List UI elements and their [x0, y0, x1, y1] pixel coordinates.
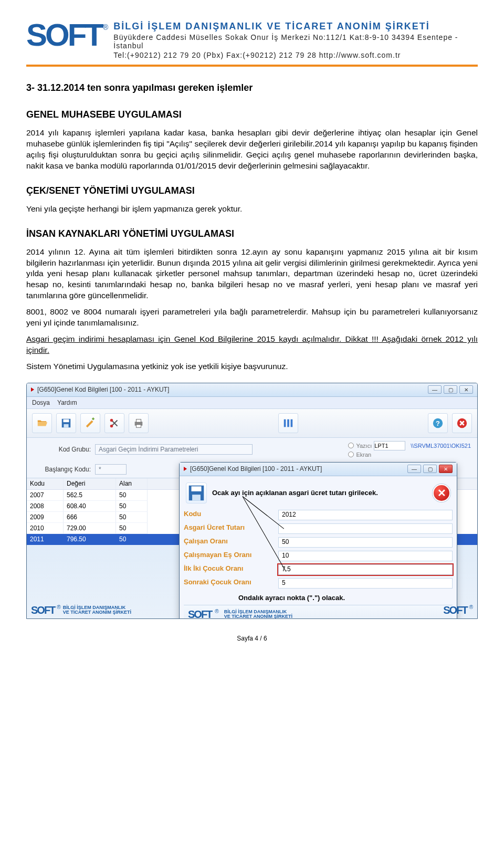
annotation-decimal: Ondalık ayracı nokta (".") olacak. [238, 594, 453, 602]
input-baslangic[interactable] [95, 464, 127, 475]
logo-text: SOFT [26, 21, 102, 49]
folder-open-icon [36, 417, 48, 429]
label-calismayan-es-orani: Çalışmayan Eş Oranı [184, 551, 273, 561]
menu-dosya[interactable]: Dosya [32, 399, 50, 406]
app-window-outer: [G650]Genel Kod Bilgileri [100 - 2011 - … [26, 383, 478, 619]
key-value-form: Kodu 2012 Asgari Ücret Tutarı Çalışan Or… [184, 510, 453, 589]
section-body-ik-p2: 8001, 8002 ve 8004 numaralı işyeri param… [26, 307, 478, 329]
printer-icon [133, 417, 144, 429]
footer-tagline: BİLGİ İŞLEM DANIŞMANLIKVE TİCARET ANONİM… [63, 605, 131, 615]
svg-rect-2 [64, 424, 68, 427]
svg-rect-16 [192, 495, 201, 500]
registered-mark: ® [103, 23, 108, 32]
input-kod-grubu[interactable] [95, 444, 253, 455]
label-yazici: Yazıcı [356, 443, 372, 449]
value-kodu[interactable]: 2012 [278, 510, 453, 520]
inner-minimize-button[interactable]: — [407, 465, 421, 473]
form-row-kod-grubu: Kod Grubu: Yazıcı \\SRVML37001\OKI521 Ek… [27, 438, 477, 461]
section-title-muhasebe: GENEL MUHASEBE UYGULAMASI [26, 109, 478, 120]
company-block: BİLGİ İŞLEM DANIŞMANLIK VE TİCARET ANONİ… [113, 21, 478, 59]
company-contact: Tel:(+90212) 212 79 20 (Pbx) Fax:(+90212… [113, 51, 478, 59]
header-rule [26, 65, 478, 67]
titlebar-text-outer: [G650]Genel Kod Bilgileri [100 - 2011 - … [37, 386, 428, 393]
titlebar-text-inner: [G650]Genel Kod Bilgileri [100 - 2011 - … [190, 465, 407, 473]
section-body-cek-senet: Yeni yıla geçişte herhangi bir işlem yap… [26, 204, 478, 215]
grid-header-alan: Alan [116, 478, 148, 489]
company-logo: SOFT ® [26, 21, 107, 49]
outer-footer-bar: SOFT ® BİLGİ İŞLEM DANIŞMANLIKVE TİCARET… [31, 604, 473, 616]
toolbar-open-button[interactable] [32, 413, 52, 433]
scissors-icon [109, 417, 120, 429]
page-number: Sayfa 4 / 6 [26, 635, 478, 642]
svg-rect-7 [136, 425, 141, 428]
label-ekran: Ekran [356, 452, 371, 458]
inner-close-red-button[interactable]: ✕ [433, 484, 450, 502]
inner-maximize-button[interactable]: ▢ [423, 465, 437, 473]
label-calisan-orani: Çalışan Oranı [184, 537, 273, 548]
toolbar-save-button[interactable] [56, 413, 76, 433]
printer-path: \\SRVML37001\OKI521 [411, 443, 471, 449]
toolbar-cut-button[interactable] [104, 413, 124, 433]
section-body-ik-p1: 2014 yılının 12. Ayına ait tüm işlemleri… [26, 247, 478, 302]
inner-close-button[interactable]: ✕ [439, 465, 453, 473]
radio-yazici[interactable] [348, 443, 354, 448]
titlebar-inner: [G650]Genel Kod Bilgileri [100 - 2011 - … [180, 463, 457, 476]
svg-point-4 [110, 419, 113, 422]
svg-rect-9 [287, 419, 289, 427]
toolbar-columns-button[interactable] [278, 413, 298, 433]
section-body-muhasebe: 2014 yılı kapanış işlemleri yapılana kad… [26, 128, 478, 172]
toolbar-edit-button[interactable] [80, 413, 100, 433]
section-body-ik-underline: Asgari geçim indirimi hesaplaması için G… [26, 334, 478, 356]
save-icon [60, 417, 72, 429]
svg-point-3 [110, 425, 113, 428]
footer-reg-mark: ® [57, 604, 60, 610]
section-title-cek-senet: ÇEK/SENET YÖNETİMİ UYGULAMASI [26, 185, 478, 196]
value-ilk-iki-cocuk[interactable]: 7.5 [278, 564, 453, 575]
value-calismayan-es-orani[interactable]: 10 [278, 551, 453, 561]
toolbar-print-button[interactable] [129, 413, 149, 433]
grid-header-kodu: Kodu [27, 478, 64, 489]
pencil-icon [85, 417, 96, 429]
annotation-save-note: Ocak ayı için açıklanan asgari ücret tut… [212, 489, 378, 497]
label-kod-grubu: Kod Grubu: [33, 446, 91, 453]
svg-rect-6 [136, 419, 141, 422]
close-button[interactable]: ✕ [459, 385, 473, 394]
titlebar-pin-icon [31, 387, 34, 392]
help-icon: ? [432, 417, 444, 429]
company-address: Büyükdere Caddesi Müselles Sokak Onur İş… [113, 33, 478, 50]
lpt-input[interactable] [374, 441, 405, 450]
grid-header-degeri: Değeri [64, 478, 116, 489]
save-icon [186, 483, 206, 503]
app-window-inner: [G650]Genel Kod Bilgileri [100 - 2011 - … [179, 462, 457, 619]
value-calisan-orani[interactable]: 50 [278, 537, 453, 548]
value-asgari-ucret[interactable] [278, 523, 453, 534]
maximize-button[interactable]: ▢ [444, 385, 457, 394]
label-baslangic: Başlangıç Kodu: [33, 466, 91, 473]
label-kodu: Kodu [184, 510, 273, 520]
svg-rect-8 [284, 419, 286, 427]
footer-logo-text: SOFT [31, 604, 55, 616]
letterhead: SOFT ® BİLGİ İŞLEM DANIŞMANLIK VE TİCARE… [26, 21, 478, 61]
svg-rect-10 [291, 419, 293, 427]
inner-body: Ocak ayı için açıklanan asgari ücret tut… [180, 476, 457, 619]
inner-save-button[interactable] [186, 482, 207, 503]
svg-rect-1 [64, 419, 69, 422]
doc-intro-heading: 3- 31.12.2014 ten sonra yapılması gereke… [26, 82, 478, 93]
company-name: BİLGİ İŞLEM DANIŞMANLIK VE TİCARET ANONİ… [113, 21, 478, 32]
menu-yardim[interactable]: Yardım [57, 399, 77, 406]
columns-icon [282, 417, 294, 429]
output-radio-group: Yazıcı \\SRVML37001\OKI521 Ekran [348, 441, 471, 458]
toolbar-help-button[interactable]: ? [428, 413, 448, 433]
label-sonraki-cocuk: Sonraki Çocuk Oranı [184, 578, 273, 589]
toolbar-close-red-button[interactable] [452, 413, 472, 433]
section-title-insan-kaynaklari: İNSAN KAYNAKLARI YÖNETİMİ UYGULAMASI [26, 228, 478, 239]
minimize-button[interactable]: — [428, 385, 442, 394]
titlebar-outer: [G650]Genel Kod Bilgileri [100 - 2011 - … [27, 383, 477, 397]
value-sonraki-cocuk[interactable]: 5 [278, 578, 453, 589]
radio-ekran[interactable] [348, 452, 354, 457]
footer-reg-mark-right: ® [469, 604, 473, 610]
footer-logo-text-right: SOFT [443, 604, 467, 616]
svg-rect-15 [192, 486, 202, 491]
section-body-ik-p3: Sistem Yönetimi Uygulamasına yetkiniz yo… [26, 361, 478, 372]
close-red-icon [456, 417, 468, 429]
